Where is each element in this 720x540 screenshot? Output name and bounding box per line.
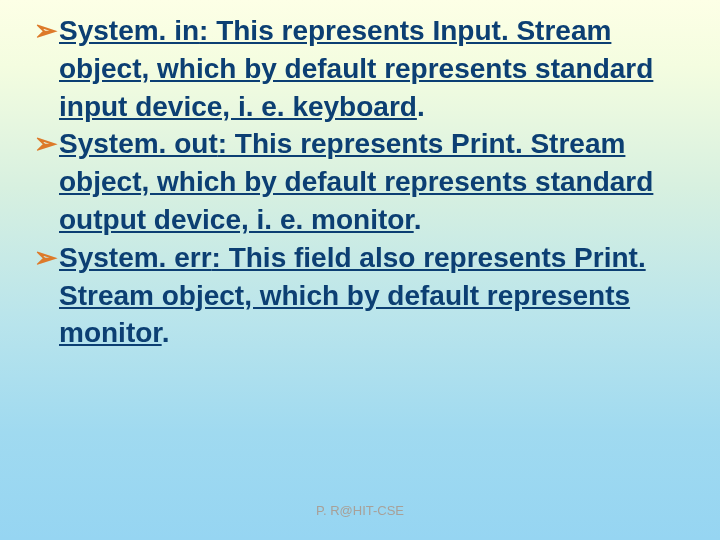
list-item: ➢ System. in: This represents Input. Str… (34, 12, 686, 125)
term: System. err (59, 242, 212, 273)
list-item-text: System. out: This represents Print. Stre… (59, 125, 686, 238)
list-item: ➢ System. out: This represents Print. St… (34, 125, 686, 238)
content-block: ➢ System. in: This represents Input. Str… (34, 12, 686, 352)
bullet-icon: ➢ (34, 239, 57, 277)
list-item-text: System. err: This field also represents … (59, 239, 686, 352)
list-item: ➢ System. err: This field also represent… (34, 239, 686, 352)
bullet-icon: ➢ (34, 125, 57, 163)
term: System. out (59, 128, 218, 159)
slide: ➢ System. in: This represents Input. Str… (0, 0, 720, 540)
list-item-text: System. in: This represents Input. Strea… (59, 12, 686, 125)
bullet-icon: ➢ (34, 12, 57, 50)
period: . (162, 317, 170, 348)
footer-text: P. R@HIT-CSE (0, 503, 720, 518)
period: . (414, 204, 422, 235)
period: . (417, 91, 425, 122)
term: System. in (59, 15, 199, 46)
